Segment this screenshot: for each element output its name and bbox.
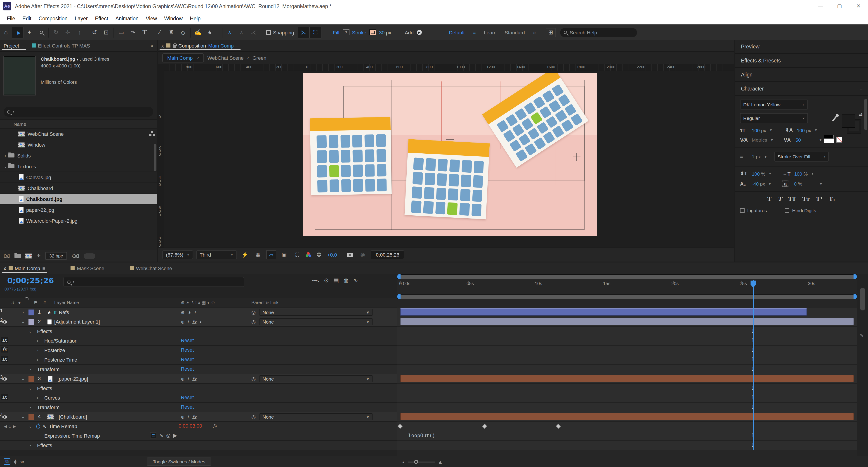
shape-tool-icon[interactable]: ▭ [115,27,127,38]
layer-name[interactable]: ★⌗Refs [47,308,69,317]
workspace-standard[interactable]: Standard [505,30,525,35]
pickwhip-icon[interactable]: ◎ [251,309,256,315]
expand-layers-icon[interactable]: ⧉ [4,459,10,465]
property-chevron[interactable]: ⌄ [27,422,33,431]
draft-3d-icon[interactable]: ⊙ [324,277,329,284]
composition-flowchart-icon[interactable]: ⊶▾ [312,277,319,284]
timeline-row[interactable]: fx›Hue/SaturationReset [0,336,397,346]
region-of-interest-icon[interactable]: ▣ [279,250,289,259]
timeline-row[interactable]: ›TransformReset [0,365,397,374]
close-tab-icon[interactable]: x [4,265,6,271]
tab-composition[interactable]: x Composition Main Comp ≡ [158,40,243,51]
timeline-row[interactable]: ⌄Effects [0,384,397,393]
keyframe-diamond[interactable] [556,424,561,429]
snap-bezier-icon[interactable]: ⋋ [298,27,309,38]
zoom-out-mountain-icon[interactable]: ▲ [401,460,405,464]
menu-file[interactable]: File [4,14,18,23]
reset-link[interactable]: Reset [181,404,194,410]
group-chevron[interactable]: ⌄ [27,327,33,336]
zoom-slider-knob[interactable] [414,460,418,464]
zoom-tool-icon[interactable] [35,27,47,38]
layer-label-color[interactable] [29,414,34,420]
snap-bounds-icon[interactable]: ⛶ [309,27,321,38]
breadcrumb-main-comp[interactable]: Main Comp‹ [162,53,204,62]
switch-icon[interactable]: fx [192,376,196,381]
switch-icon[interactable]: ⊕ [181,319,185,324]
panel-menu-icon[interactable]: ≡ [42,265,45,271]
panel-character[interactable]: Character ≡ [735,82,868,96]
help-search-input[interactable]: Search Help [560,28,637,37]
clone-stamp-tool-icon[interactable]: ♜ [165,27,177,38]
audio-column-icon[interactable]: ♫ [11,300,14,305]
switch-icon[interactable]: ⊕ [181,376,185,381]
switch-icon[interactable]: fx [192,319,196,324]
parent-dropdown[interactable]: None∨ [259,309,372,316]
all-caps-button[interactable]: TT [788,196,796,202]
timeline-row[interactable]: ›TransformReset [0,403,397,412]
group-chevron[interactable]: ⌄ [27,384,33,393]
layer-duration-bar[interactable] [400,308,807,316]
layer-duration-bar[interactable] [400,375,854,382]
layer-expand-chevron[interactable]: ⌄ [20,317,26,326]
keyframe-diamond[interactable] [482,424,487,429]
eraser-tool-icon[interactable]: ◇ [177,27,189,38]
transfer-controls-icon[interactable]: ⧫ [14,459,17,465]
timeline-row[interactable]: fx›CurvesReset [0,393,397,403]
property-value[interactable]: 0;00;03;00 [179,423,202,429]
switch-icon[interactable]: ∗ [188,310,192,315]
group-name[interactable]: Effects [37,327,52,336]
stroke-style-dropdown[interactable]: Stroke Over Fill∨ [774,152,829,162]
switch-icon[interactable]: / [188,376,189,381]
world-axis-mode-icon[interactable]: ⋏ [236,27,247,38]
view-axis-mode-icon[interactable]: ⋌ [247,27,259,38]
timeline-graph-row[interactable] [397,317,857,327]
lock-icon[interactable] [173,45,176,48]
timeline-graph-area[interactable]: 0:00s05s10s15s20s25s30s IIIIIIIIloopOut(… [397,274,857,458]
pickwhip-icon[interactable]: ◎ [251,376,256,382]
graph-icon[interactable]: ∿ [159,432,163,438]
graph-editor-icon[interactable]: ∿ [353,277,358,284]
dolly-tool-icon[interactable]: ↕ [74,27,86,38]
effect-name[interactable]: Posterize [44,346,65,355]
parent-dropdown[interactable]: None∨ [259,375,372,382]
timeline-row[interactable]: ›Effects [0,441,397,450]
superscript-button[interactable]: T¹ [816,196,822,202]
layer-duration-bar[interactable] [400,318,854,325]
project-item[interactable]: Chalkboard.jpg [0,194,157,205]
layer-visibility-toggle[interactable] [1,317,8,326]
new-composition-icon[interactable] [25,253,32,259]
playhead-line[interactable] [753,280,754,450]
layer-expand-chevron[interactable]: ⌄ [20,374,26,383]
rotation-tool-icon[interactable]: ↺ [89,27,100,38]
tsume-value[interactable]: 0 [794,181,797,186]
workspace-overflow[interactable]: » [533,30,536,35]
project-item[interactable]: ⌄Textures [0,161,157,172]
timeline-row[interactable]: ⌄44[Chalkboard]⊕/fx◎None∨ [0,412,397,422]
comp-marker-icon[interactable]: ✎ [860,333,864,338]
project-scrollbar[interactable] [154,144,156,171]
group-name[interactable]: Effects [37,384,52,393]
group-chevron[interactable]: › [27,403,33,412]
timeline-search-input[interactable]: ▾ [63,277,244,287]
project-overflow-icon[interactable]: » [151,43,157,48]
project-search-input[interactable]: ▾ [4,107,153,117]
reset-link[interactable]: Reset [181,366,194,372]
kerning-value[interactable]: Metrics [752,137,767,143]
eyedropper-icon[interactable] [832,115,837,121]
effect-chevron[interactable]: › [34,393,41,402]
layer-label-color[interactable] [29,376,34,382]
time-ruler[interactable]: 0:00s05s10s15s20s25s30s [397,280,857,293]
work-area-bar-top[interactable] [397,274,857,279]
toggle-switches-modes-button[interactable]: Toggle Switches / Modes [147,458,211,466]
horizontal-scale-value[interactable]: 100 [794,171,802,176]
expression-language-icon[interactable]: ▶ [174,432,177,438]
new-folder-icon[interactable] [14,254,21,258]
exposure-value[interactable]: +0.0 [327,252,337,258]
timeline-graph-row[interactable] [397,422,857,431]
character-stroke-width[interactable]: 1 [752,154,754,159]
layer-expand-chevron[interactable]: ⌄ [20,412,26,421]
timeline-row[interactable]: ›11★⌗Refs⊕∗/◎None∨ [0,308,397,317]
type-tool-icon[interactable]: T [139,27,151,38]
close-button[interactable]: ✕ [849,0,868,12]
switch-icon[interactable]: ⊕ [181,414,185,419]
